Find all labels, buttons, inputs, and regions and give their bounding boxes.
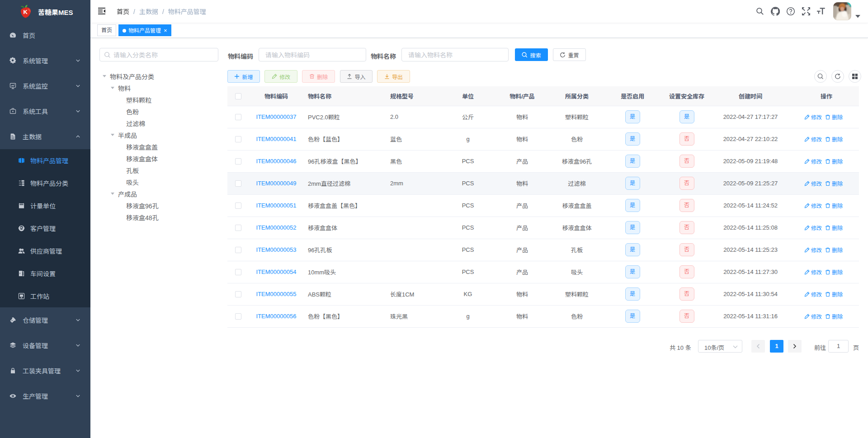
svg-text:K: K (24, 9, 28, 15)
